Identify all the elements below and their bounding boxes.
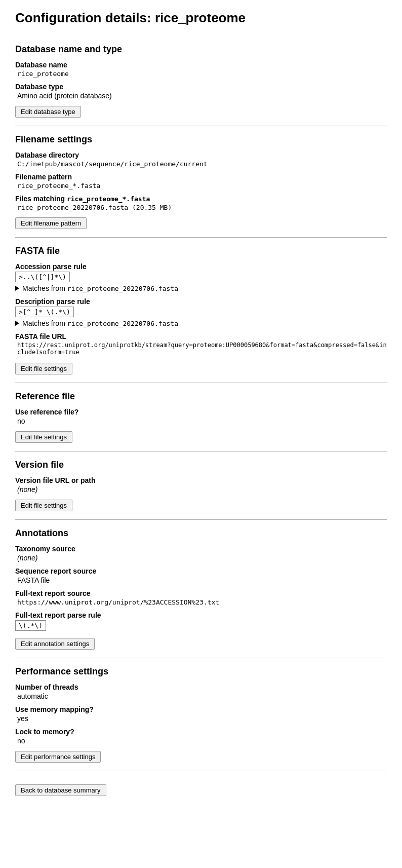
triangle-icon-2 <box>15 321 19 326</box>
taxonomy-label: Taxonomy source <box>15 545 387 553</box>
seq-report-value: FASTA file <box>17 576 387 584</box>
accession-parse-rule-label: Accession parse rule <box>15 262 387 271</box>
edit-database-type-button[interactable]: Edit database type <box>15 106 81 118</box>
section-heading-performance: Performance settings <box>15 666 387 677</box>
use-ref-label: Use reference file? <box>15 408 387 416</box>
pattern-value: rice_proteome_*.fasta <box>17 182 387 190</box>
files-matching-pattern: rice_proteome_*.fasta <box>67 195 150 203</box>
accession-matches-file: rice_proteome_20220706.fasta <box>67 285 178 292</box>
description-parse-rule-label: Description parse rule <box>15 297 387 306</box>
section-heading-filename: Filename settings <box>15 134 387 145</box>
description-matches-row: Matches from rice_proteome_20220706.fast… <box>15 319 387 327</box>
version-url-label: Version file URL or path <box>15 476 387 484</box>
edit-performance-settings-button[interactable]: Edit performance settings <box>15 751 101 763</box>
threads-label: Number of threads <box>15 683 387 691</box>
section-performance: Performance settings Number of threads a… <box>15 658 387 771</box>
section-fasta-file: FASTA file Accession parse rule >..\([^|… <box>15 238 387 383</box>
section-db-name-type: Database name and type Database name ric… <box>15 36 387 126</box>
section-reference-file: Reference file Use reference file? no Ed… <box>15 383 387 451</box>
description-matches-file: rice_proteome_20220706.fasta <box>67 320 178 327</box>
memory-map-value: yes <box>17 714 387 723</box>
edit-filename-pattern-button[interactable]: Edit filename pattern <box>15 217 87 229</box>
lock-memory-label: Lock to memory? <box>15 728 387 736</box>
lock-memory-value: no <box>17 737 387 745</box>
files-matching-value: rice_proteome_20220706.fasta (20.35 MB) <box>17 204 387 211</box>
section-heading-reference: Reference file <box>15 391 387 402</box>
accession-rule-box: >..\([^|]*\) <box>15 272 70 282</box>
section-heading-db-name-type: Database name and type <box>15 44 387 55</box>
directory-value: C:/inetpub/mascot/sequence/rice_proteome… <box>17 160 387 168</box>
fulltext-parse-label: Full-text report parse rule <box>15 611 387 619</box>
section-version-file: Version file Version file URL or path (n… <box>15 451 387 520</box>
db-type-label: Database type <box>15 83 387 91</box>
accession-matches-label: Matches from <box>22 284 65 292</box>
memory-map-label: Use memory mapping? <box>15 705 387 713</box>
description-matches-label: Matches from <box>22 319 65 327</box>
section-heading-annotations: Annotations <box>15 528 387 539</box>
edit-annotation-settings-button[interactable]: Edit annotation settings <box>15 638 95 650</box>
footer-section: Back to database summary <box>15 771 387 804</box>
fasta-url-value: https://rest.uniprot.org/uniprotkb/strea… <box>17 342 387 356</box>
pattern-label: Filename pattern <box>15 173 387 181</box>
section-filename-settings: Filename settings Database directory C:/… <box>15 126 387 238</box>
edit-reference-file-settings-button[interactable]: Edit file settings <box>15 431 72 443</box>
triangle-icon <box>15 286 19 291</box>
edit-version-file-settings-button[interactable]: Edit file settings <box>15 500 72 511</box>
section-heading-version: Version file <box>15 460 387 470</box>
section-heading-fasta: FASTA file <box>15 246 387 256</box>
db-type-value: Amino acid (protein database) <box>17 92 387 100</box>
back-to-database-summary-button[interactable]: Back to database summary <box>15 784 106 796</box>
use-ref-value: no <box>17 417 387 425</box>
fulltext-parse-rule-box: \(.*\) <box>15 620 46 631</box>
fulltext-label: Full-text report source <box>15 589 387 597</box>
description-rule-box: >[^ ]* \(.*\) <box>15 307 74 317</box>
edit-fasta-file-settings-button[interactable]: Edit file settings <box>15 363 72 374</box>
taxonomy-value: (none) <box>17 554 387 562</box>
seq-report-label: Sequence report source <box>15 567 387 575</box>
fulltext-value: https://www.uniprot.org/uniprot/%23ACCES… <box>17 598 387 606</box>
db-name-value: rice_proteome <box>17 70 387 78</box>
accession-matches-row: Matches from rice_proteome_20220706.fast… <box>15 284 387 292</box>
section-annotations: Annotations Taxonomy source (none) Seque… <box>15 520 387 658</box>
page-title: Configuration details: rice_proteome <box>15 10 387 26</box>
version-url-value: (none) <box>17 485 387 494</box>
threads-value: automatic <box>17 692 387 700</box>
db-name-label: Database name <box>15 61 387 69</box>
fasta-url-label: FASTA file URL <box>15 332 387 341</box>
files-matching-label: Files matching rice_proteome_*.fasta <box>15 195 387 203</box>
directory-label: Database directory <box>15 151 387 159</box>
